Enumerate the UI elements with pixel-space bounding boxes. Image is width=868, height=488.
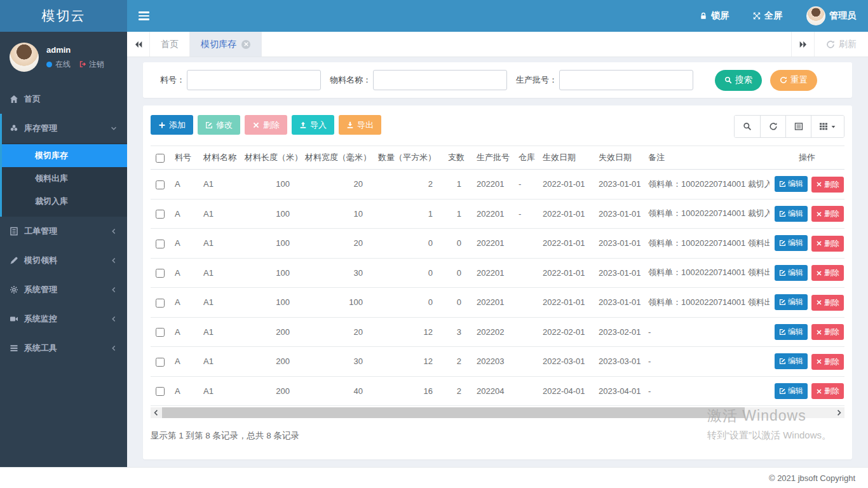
tab-refresh-button[interactable]: 刷新 — [814, 32, 868, 57]
reset-button[interactable]: 重置 — [770, 70, 817, 91]
export-button[interactable]: 导出 — [339, 115, 381, 135]
delete-button[interactable]: 删除 — [245, 115, 287, 135]
select-all-checkbox[interactable] — [156, 154, 165, 163]
logout-label: 注销 — [89, 59, 104, 70]
row-delete-button[interactable]: 删除 — [811, 206, 844, 222]
cell-width: 10 — [300, 199, 373, 229]
tab-diecut-stock[interactable]: 模切库存 — [190, 32, 262, 57]
row-delete-button[interactable]: 删除 — [811, 354, 844, 370]
row-delete-button[interactable]: 删除 — [811, 265, 844, 281]
caret-down-icon — [831, 124, 836, 130]
scrollbar-thumb[interactable] — [162, 407, 745, 418]
sidebar-item-inventory[interactable]: 库存管理 — [2, 114, 127, 143]
row-checkbox[interactable] — [156, 180, 165, 189]
cell-remark: - — [643, 317, 770, 347]
table-detail-view-button[interactable] — [785, 116, 811, 137]
sidebar-item-diecut-stock[interactable]: 模切库存 — [2, 144, 127, 167]
row-checkbox[interactable] — [156, 299, 165, 308]
sidebar-item-cut-inbound[interactable]: 裁切入库 — [2, 190, 127, 213]
table-columns-button[interactable] — [811, 116, 844, 137]
row-checkbox[interactable] — [156, 240, 165, 248]
sidebar-toggle-button[interactable] — [127, 0, 161, 32]
hamburger-icon — [139, 10, 149, 22]
col-header-actions: 操作 — [770, 146, 844, 170]
table-toolbar: 添加 修改 删除 — [151, 115, 844, 138]
edit-icon — [779, 358, 786, 365]
scrollbar-right-arrow[interactable] — [834, 407, 844, 418]
list-bars-icon — [10, 344, 18, 353]
tabs-scroll-right-button[interactable] — [791, 32, 814, 57]
cell-pieces: 0 — [443, 229, 471, 259]
row-edit-button[interactable]: 编辑 — [775, 265, 808, 281]
search-field-material-name: 物料名称： — [330, 70, 507, 90]
row-checkbox[interactable] — [156, 210, 165, 219]
cell-material-name: A1 — [198, 347, 240, 377]
detail-view-icon — [794, 122, 803, 131]
sidebar-item-home[interactable]: 首页 — [0, 85, 127, 114]
cell-warehouse — [513, 258, 538, 288]
row-edit-button[interactable]: 编辑 — [775, 294, 808, 310]
modify-button-label: 修改 — [216, 119, 233, 131]
table-row: A A1 100 10 1 1 202201 - 2022-01-01 2023… — [151, 199, 844, 229]
cell-width: 20 — [300, 170, 373, 200]
table-refresh-button[interactable] — [760, 116, 785, 137]
row-checkbox[interactable] — [156, 328, 165, 337]
current-user-menu[interactable]: 管理员 — [794, 0, 868, 32]
row-delete-button[interactable]: 删除 — [811, 295, 844, 311]
sidebar-item-system-monitor[interactable]: 系统监控 — [0, 304, 127, 334]
sidebar-item-system-tools[interactable]: 系统工具 — [0, 334, 127, 363]
cell-expiry-date: 2023-01-01 — [593, 199, 643, 229]
row-checkbox[interactable] — [156, 269, 165, 278]
row-delete-button[interactable]: 删除 — [811, 236, 844, 252]
edit-button-label: 编辑 — [788, 208, 803, 219]
row-delete-button[interactable]: 删除 — [811, 383, 844, 399]
cell-warehouse — [513, 229, 538, 259]
table-search-toggle-button[interactable] — [735, 116, 760, 137]
row-edit-button[interactable]: 编辑 — [775, 324, 808, 340]
logout-button[interactable]: 注销 — [79, 59, 104, 70]
row-checkbox[interactable] — [156, 387, 165, 396]
row-edit-button[interactable]: 编辑 — [775, 206, 808, 222]
inventory-icon — [10, 124, 18, 133]
sidebar-item-diecut-material[interactable]: 模切领料 — [0, 246, 127, 275]
delete-button-label: 删除 — [824, 386, 839, 396]
x-icon — [816, 181, 822, 187]
row-checkbox[interactable] — [156, 358, 165, 367]
search-button[interactable]: 搜索 — [715, 70, 762, 91]
cell-part-no: A — [170, 258, 198, 288]
current-user-label: 管理员 — [829, 10, 856, 22]
tab-home[interactable]: 首页 — [150, 32, 190, 57]
tabs-scroll-left-button[interactable] — [127, 32, 150, 57]
row-edit-button[interactable]: 编辑 — [775, 235, 808, 251]
add-button[interactable]: 添加 — [151, 115, 193, 135]
table-row: A A1 200 20 12 3 202202 2022-02-01 2023-… — [151, 317, 844, 347]
fullscreen-button[interactable]: 全屏 — [741, 0, 794, 32]
part-no-input[interactable] — [187, 70, 321, 90]
cell-width: 40 — [300, 376, 373, 406]
cell-part-no: A — [170, 347, 198, 377]
sidebar-item-system-admin[interactable]: 系统管理 — [0, 275, 127, 304]
chevron-left-icon — [153, 410, 159, 416]
sidebar-nav: 首页 库存管理 模切库存 — [0, 85, 127, 363]
sidebar-item-material-outbound[interactable]: 领料出库 — [2, 167, 127, 190]
col-header: 材料名称 — [198, 146, 240, 170]
material-name-input[interactable] — [373, 70, 507, 90]
sidebar-item-workorder[interactable]: 工单管理 — [0, 217, 127, 246]
sidebar-item-label: 首页 — [24, 93, 41, 105]
row-edit-button[interactable]: 编辑 — [775, 176, 808, 192]
scrollbar-left-arrow[interactable] — [151, 407, 161, 418]
batch-no-input[interactable] — [559, 70, 693, 90]
delete-button-label: 删除 — [263, 119, 280, 131]
tab-close-button[interactable] — [241, 40, 250, 49]
cell-quantity: 16 — [373, 376, 443, 406]
import-button[interactable]: 导入 — [292, 115, 334, 135]
row-delete-button[interactable]: 删除 — [811, 324, 844, 340]
row-delete-button[interactable]: 删除 — [811, 177, 844, 193]
cell-quantity: 2 — [373, 170, 443, 200]
row-edit-button[interactable]: 编辑 — [775, 383, 808, 399]
edit-button-label: 编辑 — [788, 297, 803, 308]
row-edit-button[interactable]: 编辑 — [775, 353, 808, 369]
modify-button[interactable]: 修改 — [198, 115, 240, 135]
lock-screen-button[interactable]: 锁屏 — [688, 0, 741, 32]
cell-pieces: 0 — [443, 258, 471, 288]
